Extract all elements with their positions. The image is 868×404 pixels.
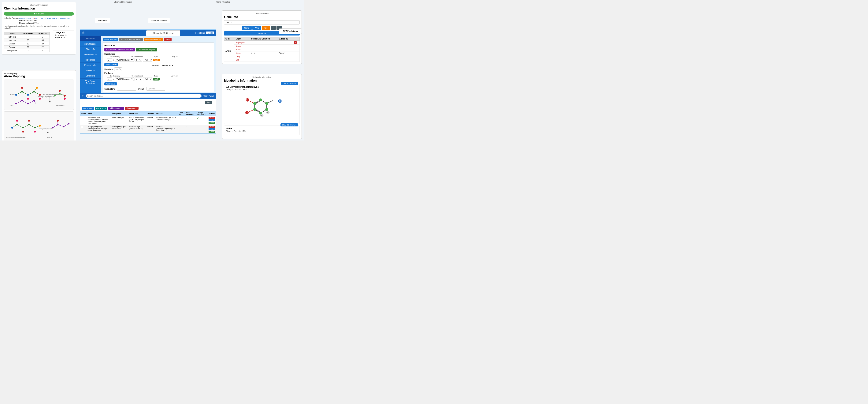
reset-button[interactable]: Reset bbox=[164, 38, 172, 41]
mass-balanced-value: Yes bbox=[34, 20, 37, 22]
locally-save-button[interactable]: Locally save reaction bbox=[144, 38, 163, 41]
products-biochemistry-header: Biochemistry bbox=[110, 75, 120, 77]
sidebar-item-comments[interactable]: Comments bbox=[80, 73, 101, 79]
sidebar-item-metabolite-info[interactable]: Metabolite Info bbox=[80, 52, 101, 57]
molecule-3d-svg-1: OH OH O H H bbox=[226, 89, 298, 125]
hide-3d-button-1[interactable]: Hide 3D Structure bbox=[281, 82, 298, 85]
verify-button-1[interactable]: Verify bbox=[153, 59, 160, 61]
svg-text:3,4-dihydroxy...: 3,4-dihydroxy... bbox=[56, 105, 65, 106]
product-compartment-select-1[interactable]: c bbox=[134, 77, 142, 81]
organ-input[interactable] bbox=[146, 87, 165, 91]
gpt-predictions-box: GPT Predictions bbox=[279, 28, 302, 34]
reactions-search-input[interactable] bbox=[86, 94, 202, 97]
organ-adipocytes[interactable]: Adipocytes bbox=[236, 41, 245, 44]
metabolite-info-panel-label: Metabolite Information bbox=[224, 76, 300, 78]
add-to-metanetx-button[interactable]: Add to MetaNetX bbox=[108, 107, 124, 110]
sidebar-item-atom-mapping[interactable]: Atom Mapping bbox=[80, 41, 101, 47]
get-reaction-buttons: Get Reaction From Rhea and VMH Get React… bbox=[104, 48, 213, 52]
subsystem-row: Subsystem: Organ: bbox=[104, 87, 213, 91]
metabolite-verification-title: Metabolite Verification bbox=[153, 32, 174, 34]
molecule-svg-1: 3,4-Dihydroxymandelaldehyde NADP NADPH bbox=[4, 80, 74, 110]
svg-point-13 bbox=[33, 91, 35, 92]
vmh-select-1[interactable]: VMH bbox=[143, 58, 152, 62]
direction-select[interactable]: → ← ⇌ bbox=[114, 67, 122, 71]
minus-btn-product-1[interactable]: − bbox=[104, 78, 106, 81]
gene-button[interactable]: Gene bbox=[242, 26, 252, 30]
atom-hydrogen: Hydrogen bbox=[4, 39, 20, 42]
clone-btn-2[interactable]: Clone bbox=[209, 131, 215, 133]
sidebar-item-reactants[interactable]: Reactants bbox=[80, 36, 101, 41]
delete-adipocytes[interactable]: ✕ bbox=[294, 41, 297, 44]
row-checkbox-2[interactable] bbox=[81, 126, 83, 128]
product-vmh-select-1[interactable]: VMH bbox=[143, 77, 152, 81]
organ-skin[interactable]: Skin bbox=[236, 59, 239, 61]
svg-line-1 bbox=[22, 92, 28, 95]
login-button[interactable]: Log In bbox=[206, 31, 214, 34]
sidebar-item-chem-info[interactable]: Chem Info bbox=[80, 47, 101, 52]
minus-btn-1[interactable]: − bbox=[104, 58, 106, 61]
organ-breast[interactable]: Breast bbox=[236, 49, 241, 51]
charge-info-box: Charge Info Substrates: -3 Products: -3 bbox=[53, 31, 74, 52]
svg-point-69 bbox=[63, 126, 64, 127]
edit-btn-1[interactable]: Edit bbox=[209, 119, 215, 121]
delete-btn-2[interactable]: Delete bbox=[209, 126, 215, 128]
add-substrate-button[interactable]: Add Substrate bbox=[104, 63, 118, 66]
reaction-name-1: cis-Aconitic acid decarboxylation to ita… bbox=[87, 116, 111, 125]
skip-atom-mapping-button[interactable]: Skip atom mapping (faster) bbox=[119, 38, 143, 41]
back-button[interactable]: Back bbox=[205, 100, 212, 104]
organ-agland[interactable]: Agland bbox=[236, 45, 241, 47]
flag-reaction-button[interactable]: Flag Reaction bbox=[125, 107, 138, 110]
subcellular-agland bbox=[250, 45, 278, 48]
add-to-vmh-button[interactable]: Add to VMH bbox=[82, 107, 94, 110]
svg-point-52 bbox=[22, 127, 24, 128]
mass-balanced-label: Mass Balanced? bbox=[19, 20, 33, 22]
charge-balanced-2 bbox=[196, 125, 208, 134]
delete-btn-1[interactable]: Delete bbox=[209, 117, 215, 119]
svg-point-24 bbox=[21, 100, 23, 102]
svg-point-99 bbox=[265, 108, 268, 111]
add-to-rhea-button[interactable]: Add to Rhea bbox=[95, 107, 107, 110]
get-reaction-template-button[interactable]: Get Reaction Template bbox=[136, 48, 157, 52]
chemical-info-panel-label: Chemical Information bbox=[4, 4, 74, 6]
svg-point-59 bbox=[39, 125, 41, 127]
product-type-select-1[interactable]: VMH Abbreviation bbox=[115, 77, 134, 81]
type-select-1[interactable]: VMH Abbreviation bbox=[115, 58, 134, 62]
sidebar-item-external-links[interactable]: External Links bbox=[80, 63, 101, 68]
svg-text:hydrogen-hydrogen ion: hydrogen-hydrogen ion bbox=[39, 128, 53, 130]
subsystem-input[interactable] bbox=[117, 87, 136, 91]
svg-point-14 bbox=[39, 98, 41, 100]
molecule-diagram-bottom: 3,4-dihydroxymandelaledehyde NADPH hydro… bbox=[4, 111, 74, 141]
charge-info-title: Charge Info bbox=[55, 31, 72, 34]
open-paren-button[interactable]: ( bbox=[271, 26, 276, 30]
product-stoich-input-1[interactable] bbox=[107, 78, 112, 81]
row-checkbox-1[interactable] bbox=[81, 117, 83, 119]
stoich-input-1[interactable] bbox=[107, 58, 112, 61]
gene-info-panel-label: Gene Infomation bbox=[224, 12, 300, 15]
product-verify-button-1[interactable]: Verify bbox=[153, 78, 160, 81]
reactions-list-header: ⚛ User: Yaejun bbox=[80, 93, 216, 99]
svg-text:H: H bbox=[267, 112, 268, 114]
organ-label: Organ: bbox=[138, 88, 145, 90]
gene-search-input[interactable] bbox=[224, 20, 300, 25]
svg-point-50 bbox=[11, 127, 13, 128]
create-reaction-button[interactable]: Create Reaction bbox=[103, 38, 118, 41]
organ-lung[interactable]: Lung bbox=[236, 55, 240, 58]
organ-colon[interactable]: Colon bbox=[236, 52, 241, 54]
edit-btn-2[interactable]: Edit bbox=[209, 128, 215, 130]
clone-btn-1[interactable]: Clone bbox=[209, 122, 215, 124]
sidebar-item-gene-info[interactable]: Gene Info bbox=[80, 68, 101, 73]
or-button[interactable]: OR bbox=[262, 26, 270, 30]
reactions-user-label: User: Yaejun bbox=[204, 95, 214, 97]
sidebar-item-references[interactable]: References bbox=[80, 57, 101, 63]
compartment-select-1[interactable]: c bbox=[134, 58, 142, 62]
subsystem-2: Glycosphingolipid metabolism bbox=[111, 125, 128, 134]
add-product-button[interactable]: Add Product bbox=[104, 82, 117, 85]
sidebar-item-view-saved[interactable]: View Saved Reactions bbox=[80, 79, 101, 86]
select-col-header: Select bbox=[80, 111, 87, 116]
show-3d-button-2[interactable]: Show 3D Structure bbox=[280, 123, 298, 126]
nitrogen-substrates: 7 bbox=[20, 35, 36, 39]
table-row: Oxygen 22 22 bbox=[4, 46, 50, 49]
and-button[interactable]: AND bbox=[252, 26, 261, 30]
gpr-row: Lung bbox=[224, 55, 300, 58]
get-reaction-rhea-button[interactable]: Get Reaction From Rhea and VMH bbox=[104, 48, 135, 52]
